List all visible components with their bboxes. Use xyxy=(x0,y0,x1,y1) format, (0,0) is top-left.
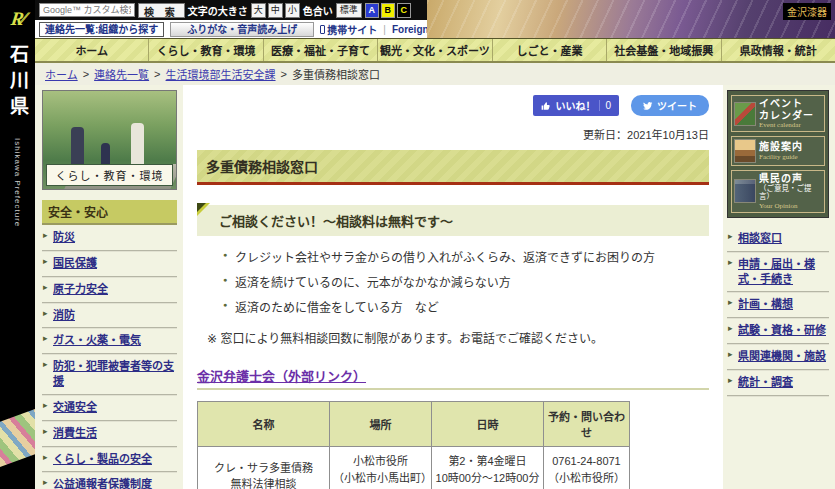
photo-figure xyxy=(71,127,84,167)
mobile-phone-icon xyxy=(320,25,325,34)
tweet-button[interactable]: ツイート xyxy=(631,95,709,116)
nav-item[interactable]: くらし・教育・環境 xyxy=(149,39,263,61)
sidebar-menu-item[interactable]: 申請・届出・様式・手続き xyxy=(727,252,829,293)
nav-item[interactable]: 医療・福祉・子育て xyxy=(264,39,378,61)
banner-your-opinion[interactable]: 県民の声（ご意見・ご提言）Your Opinion xyxy=(731,170,825,213)
table-cell-place: 小松市役所 （小松市小馬出町） xyxy=(330,447,432,489)
sidebar-menu-item[interactable]: 防災 xyxy=(42,225,177,251)
breadcrumb-separator: > xyxy=(83,68,89,80)
table-header-cell: 場所 xyxy=(330,402,432,447)
bar-association-link[interactable]: 金沢弁護士会（外部リンク） xyxy=(197,369,366,384)
nav-item[interactable]: ホーム xyxy=(35,39,149,61)
links-toolbar: 連絡先一覧:組織から探す ふりがな・音声読み上げ 携帯サイト | Foreign… xyxy=(35,20,427,38)
banner-facility-guide[interactable]: 施設案内Facility guide xyxy=(731,136,825,166)
banner-title: 県民の声 xyxy=(759,173,822,185)
table-row: クレ・サラ多重債務 無料法律相談 （石川県・金沢弁護士会）小松市役所 （小松市小… xyxy=(198,447,630,489)
sidebar-menu-item[interactable]: 交通安全 xyxy=(42,395,177,421)
right-sidebar: イベント カレンダーEvent calendar施設案内Facility gui… xyxy=(723,85,835,489)
contacts-list-link[interactable]: 連絡先一覧:組織から探す xyxy=(39,22,164,37)
table-cell-name: クレ・サラ多重債務 無料法律相談 （石川県・金沢弁護士会） xyxy=(198,447,330,489)
mobile-site-link[interactable]: 携帯サイト xyxy=(320,22,377,37)
bullet-item: クレジット会社やサラ金からの借り入れがふくらみ、返済できずにお困りの方 xyxy=(223,248,709,265)
nav-item[interactable]: 観光・文化・スポーツ xyxy=(378,39,492,61)
bullet-item: 返済のために借金をしている方 など xyxy=(223,298,709,315)
top-header: R⁄⁄ 検 索 文字の大きさ 大中小 色合い 標準 ABC 連絡先一覧:組織から… xyxy=(0,0,835,38)
like-count: 0 xyxy=(599,100,611,111)
sidebar-menu-item[interactable]: 相談窓口 xyxy=(727,226,829,252)
banner-title: 施設案内 xyxy=(759,141,803,153)
prefecture-name-english: Ishikawa Prefecture xyxy=(13,138,22,227)
left-sidebar-menu: 防災国民保護原子力安全消防ガス・火薬・電気防犯・犯罪被害者等の支援交通安全消費生… xyxy=(42,225,177,489)
table-header-cell: 日時 xyxy=(432,402,544,447)
page: R⁄⁄ 検 索 文字の大きさ 大中小 色合い 標準 ABC 連絡先一覧:組織から… xyxy=(0,0,835,489)
banner-english-label: Facility guide xyxy=(759,153,803,161)
breadcrumb-current: 多重債務相談窓口 xyxy=(292,66,380,82)
your-opinion-thumbnail xyxy=(734,179,756,203)
banner-english-label: Event calendar xyxy=(759,121,814,129)
nav-item[interactable]: 社会基盤・地域振興 xyxy=(607,39,721,61)
breadcrumb-link[interactable]: 連絡先一覧 xyxy=(94,66,149,82)
font-size-button[interactable]: 小 xyxy=(285,3,300,18)
sidebar-menu-item[interactable]: 統計・調査 xyxy=(727,370,829,396)
corner-triangle-icon xyxy=(197,203,210,216)
banner-event-calendar[interactable]: イベント カレンダーEvent calendar xyxy=(731,95,825,132)
event-calendar-thumbnail xyxy=(734,102,756,126)
toolbar-separator: | xyxy=(383,24,386,35)
color-scheme-label: 色合い xyxy=(303,3,333,18)
prefecture-side-banner: 石川県 Ishikawa Prefecture xyxy=(0,38,35,489)
search-input[interactable] xyxy=(39,3,135,17)
thumbs-up-icon xyxy=(541,101,551,111)
ishikawa-logo-icon: R⁄⁄ xyxy=(9,8,25,30)
breadcrumb: ホーム>連絡先一覧>生活環境部生活安全課>多重債務相談窓口 xyxy=(35,63,835,85)
furigana-audio-button[interactable]: ふりがな・音声読み上げ xyxy=(170,22,314,37)
photo-figure xyxy=(131,123,144,165)
main-content: いいね！ 0 ツイート 更新日：2021年10月13日 多重債務相談窓口 ご相談… xyxy=(183,85,723,489)
sidebar-menu-item[interactable]: 消費生活 xyxy=(42,421,177,447)
table-header-cell: 予約・問い合わせ xyxy=(544,402,630,447)
breadcrumb-link[interactable]: ホーム xyxy=(45,66,78,82)
sidebar-menu-item[interactable]: 国民保護 xyxy=(42,251,177,277)
craft-caption: 金沢漆器 xyxy=(783,3,831,20)
color-scheme-buttons: ABC xyxy=(365,3,411,18)
left-sidebar: くらし・教育・環境 安全・安心 防災国民保護原子力安全消防ガス・火薬・電気防犯・… xyxy=(35,85,183,489)
main-navigation: ホームくらし・教育・環境医療・福祉・子育て観光・文化・スポーツしごと・産業社会基… xyxy=(35,38,835,63)
consultation-bullet-list: クレジット会社やサラ金からの借り入れがふくらみ、返済できずにお困りの方返済を続け… xyxy=(223,248,709,315)
external-link-heading: 金沢弁護士会（外部リンク） xyxy=(197,366,709,390)
font-size-button[interactable]: 中 xyxy=(268,3,283,18)
search-toolbar: 検 索 文字の大きさ 大中小 色合い 標準 ABC xyxy=(35,0,427,20)
font-size-button[interactable]: 大 xyxy=(251,3,266,18)
color-scheme-button[interactable]: A xyxy=(365,3,379,18)
prefecture-name-vertical: 石川県 xyxy=(4,44,31,122)
twitter-bird-icon xyxy=(643,101,653,111)
color-scheme-button[interactable]: B xyxy=(381,3,395,18)
ishikawa-logo[interactable]: R⁄⁄ xyxy=(0,0,35,38)
search-button[interactable]: 検 索 xyxy=(138,3,185,18)
right-sidebar-menu: 相談窓口申請・届出・様式・手続き計画・構想試験・資格・研修県関連機関・施設統計・… xyxy=(727,226,829,396)
note-text: ※ 窓口により無料相談回数に制限があります。お電話でご確認ください。 xyxy=(207,329,709,346)
font-size-buttons: 大中小 xyxy=(251,3,300,18)
color-standard-button[interactable]: 標準 xyxy=(336,3,362,18)
breadcrumb-link[interactable]: 生活環境部生活安全課 xyxy=(166,66,276,82)
sidebar-menu-item[interactable]: ガス・火薬・電気 xyxy=(42,328,177,354)
category-photo[interactable]: くらし・教育・環境 xyxy=(42,90,177,190)
table-cell-contact: 0761-24-8071 （小松市役所） xyxy=(544,447,630,489)
sidebar-menu-item[interactable]: 原子力安全 xyxy=(42,277,177,303)
consultation-table: 名称場所日時予約・問い合わせ クレ・サラ多重債務 無料法律相談 （石川県・金沢弁… xyxy=(197,401,630,489)
sidebar-menu-item[interactable]: 消防 xyxy=(42,303,177,329)
sidebar-menu-item[interactable]: 計画・構想 xyxy=(727,292,829,318)
font-size-label: 文字の大きさ xyxy=(188,3,248,18)
sidebar-menu-item[interactable]: 試験・資格・研修 xyxy=(727,318,829,344)
sidebar-menu-item[interactable]: 県関連機関・施設 xyxy=(727,344,829,370)
sidebar-menu-item[interactable]: 公益通報者保護制度 xyxy=(42,472,177,489)
nav-item[interactable]: 県政情報・統計 xyxy=(722,39,835,61)
floral-pattern-decoration xyxy=(0,409,35,467)
header-toolbars: 検 索 文字の大きさ 大中小 色合い 標準 ABC 連絡先一覧:組織から探す ふ… xyxy=(35,0,427,38)
facebook-like-button[interactable]: いいね！ 0 xyxy=(533,95,619,116)
sidebar-menu-item[interactable]: 防犯・犯罪被害者等の支援 xyxy=(42,354,177,395)
banner-subtitle: （ご意見・ご提言） xyxy=(759,185,822,202)
sidebar-menu-item[interactable]: くらし・製品の安全 xyxy=(42,447,177,473)
bullet-item: 返済を続けているのに、元本がなかなか減らない方 xyxy=(223,273,709,290)
color-scheme-button[interactable]: C xyxy=(397,3,411,18)
nav-item[interactable]: しごと・産業 xyxy=(493,39,607,61)
page-title: 多重債務相談窓口 xyxy=(197,150,709,185)
